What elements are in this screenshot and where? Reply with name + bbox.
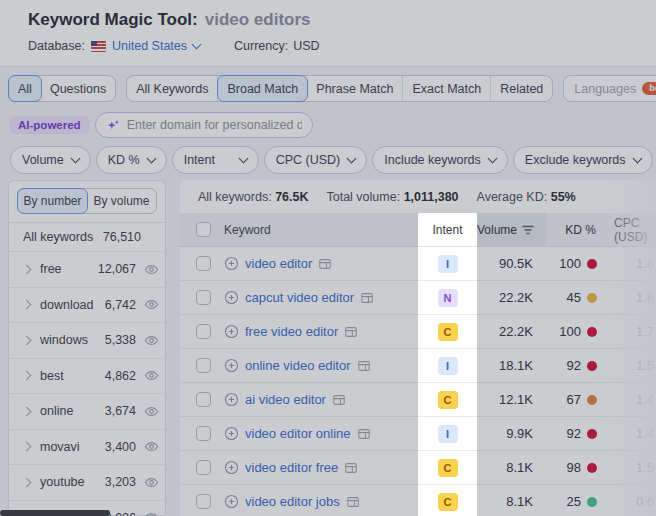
by-number-tab[interactable]: By number [17,188,88,214]
add-keyword-icon[interactable] [224,392,239,407]
table-row[interactable]: video editor I 90.5K 100 1.8 [180,247,656,281]
row-checkbox[interactable] [196,290,211,305]
row-checkbox[interactable] [196,460,211,475]
sidebar-group-youtube[interactable]: youtube 3,203 [9,464,165,500]
serp-icon[interactable] [357,359,371,373]
row-checkbox[interactable] [196,426,211,441]
keyword-link[interactable]: video editor online [245,426,351,441]
keyword-link[interactable]: ai video editor [245,392,326,407]
intent-badge: C [438,323,458,341]
database-selector[interactable]: United States [91,39,200,53]
table-row[interactable]: ai video editor C 12.1K 67 1.4 [180,383,656,417]
add-keyword-icon[interactable] [224,290,239,305]
domain-input-wrap[interactable] [95,112,313,138]
add-keyword-icon[interactable] [224,358,239,373]
sidebar-group-best[interactable]: best 4,862 [9,358,165,394]
tab-all[interactable]: All [8,75,42,102]
serp-icon[interactable] [344,461,358,475]
filter-label: Exclude keywords [525,153,626,167]
add-keyword-icon[interactable] [224,324,239,339]
tab-broad-match[interactable]: Broad Match [217,75,308,102]
serp-icon[interactable] [332,393,346,407]
domain-input[interactable] [127,118,302,132]
eye-icon[interactable] [144,404,159,419]
expand-chevron-icon[interactable] [22,264,32,274]
serp-icon[interactable] [318,257,332,271]
sidebar-group-windows[interactable]: windows 5,338 [9,322,165,358]
cpc-filter[interactable]: CPC (USD) [264,146,368,174]
eye-icon[interactable] [144,297,159,312]
tab-questions[interactable]: Questions [41,76,115,101]
chevron-down-icon [487,154,497,164]
add-keyword-icon[interactable] [224,494,239,509]
intent-filter[interactable]: Intent [172,146,259,174]
expand-chevron-icon[interactable] [22,335,32,345]
all-keywords-summary-value: 76.5K [275,190,308,204]
table-row[interactable]: online video editor I 18.1K 92 1.5 [180,349,656,383]
add-keyword-icon[interactable] [224,460,239,475]
row-checkbox[interactable] [196,494,211,509]
kd-dot [587,293,597,303]
languages-dropdown[interactable]: Languages beta [563,75,656,102]
keyword-link[interactable]: capcut video editor [245,290,354,305]
group-count: 3,203 [105,475,136,489]
serp-icon[interactable] [357,427,371,441]
eye-icon[interactable] [144,262,159,277]
intent-badge: C [438,391,458,409]
expand-chevron-icon[interactable] [22,442,32,452]
row-checkbox[interactable] [196,256,211,271]
eye-icon[interactable] [144,475,159,490]
keyword-link[interactable]: online video editor [245,358,351,373]
eye-icon[interactable] [144,333,159,348]
add-keyword-icon[interactable] [224,256,239,271]
serp-icon[interactable] [360,291,374,305]
by-volume-tab[interactable]: By volume [87,189,156,213]
keyword-column-header[interactable]: Keyword [216,213,418,246]
eye-icon[interactable] [144,510,159,516]
currency-label: Currency: [234,39,288,53]
serp-icon[interactable] [344,325,358,339]
intent-column-header[interactable]: Intent [418,213,477,246]
tab-all-keywords[interactable]: All Keywords [127,76,218,101]
table-row[interactable]: free video editor C 22.2K 100 1.7 [180,315,656,349]
all-keywords-row[interactable]: All keywords 76,510 [9,222,165,251]
exclude-keywords-filter[interactable]: Exclude keywords [513,146,653,174]
row-checkbox[interactable] [196,324,211,339]
table-row[interactable]: capcut video editor N 22.2K 45 1.8 [180,281,656,315]
sidebar-group-download[interactable]: download 6,742 [9,287,165,323]
sidebar-group-movavi[interactable]: movavi 3,400 [9,429,165,465]
table-row[interactable]: video editor jobs C 8.1K 25 0.6 [180,485,656,516]
table-row[interactable]: video editor free C 8.1K 98 1.5 [180,451,656,485]
expand-chevron-icon[interactable] [22,371,32,381]
table-row[interactable]: video editor online I 9.9K 92 1.4 [180,417,656,451]
kd-column-header[interactable]: KD % [546,213,601,246]
sidebar-group-free[interactable]: free 12,067 [9,251,165,287]
add-keyword-icon[interactable] [224,426,239,441]
horizontal-scrollbar[interactable] [0,510,110,516]
eye-icon[interactable] [144,368,159,383]
tab-exact-match[interactable]: Exact Match [403,76,491,101]
expand-chevron-icon[interactable] [22,477,32,487]
row-checkbox[interactable] [196,392,211,407]
expand-chevron-icon[interactable] [22,406,32,416]
keyword-link[interactable]: video editor jobs [245,494,340,509]
sidebar-group-online[interactable]: online 3,674 [9,393,165,429]
keyword-link[interactable]: video editor [245,256,312,271]
chevron-down-icon [192,40,202,50]
tab-phrase-match[interactable]: Phrase Match [307,76,403,101]
select-all-checkbox[interactable] [196,222,211,237]
tab-related[interactable]: Related [491,76,552,101]
expand-chevron-icon[interactable] [22,300,32,310]
row-checkbox[interactable] [196,358,211,373]
table-header-row: Keyword Intent Volume KD % CPC (USD) [180,213,656,247]
volume-filter[interactable]: Volume [10,146,91,174]
kd-filter[interactable]: KD % [96,146,167,174]
volume-column-header[interactable]: Volume [477,213,546,246]
eye-icon[interactable] [144,439,159,454]
keyword-link[interactable]: free video editor [245,324,338,339]
serp-icon[interactable] [346,495,360,509]
keyword-link[interactable]: video editor free [245,460,338,475]
cpc-column-header[interactable]: CPC (USD) [601,213,656,246]
table-summary: All keywords: 76.5K Total volume: 1,011,… [180,180,656,204]
include-keywords-filter[interactable]: Include keywords [372,146,508,174]
